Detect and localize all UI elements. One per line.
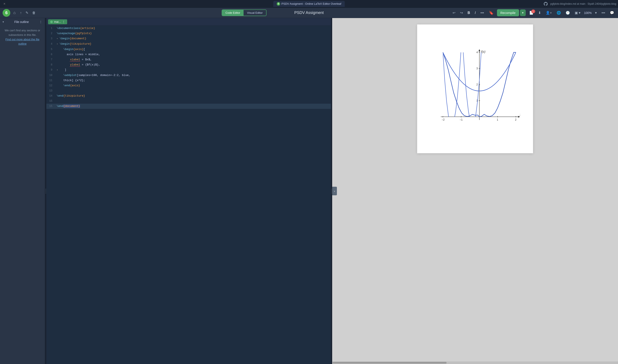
toolbar-center: Code Editor Visual Editor bbox=[39, 9, 450, 16]
svg-text:4: 4 bbox=[476, 51, 478, 54]
layout-button[interactable]: ▣ ▾ bbox=[573, 10, 582, 16]
svg-text:−1: −1 bbox=[460, 118, 463, 121]
browser-tab[interactable]: 6 PSDV Assigment - Online LaTeX Editor O… bbox=[273, 1, 345, 7]
preview-page: x f(x) −2 −1 1 2 bbox=[417, 25, 533, 153]
editor-toggle: Code Editor Visual Editor bbox=[222, 9, 267, 16]
edit-button[interactable]: ✎ bbox=[24, 10, 30, 16]
y-axis-arrow bbox=[478, 49, 480, 51]
recompile-dropdown[interactable]: ▾ bbox=[520, 9, 526, 16]
sidebar: ▾ File outline ⋮ We can't find any secti… bbox=[0, 18, 45, 364]
notification-badge: 1 bbox=[531, 9, 535, 13]
table-row: 10 \addplot[samples=100, domain=-2:2, bl… bbox=[46, 73, 332, 78]
table-row: 11 thick] {x^2}; bbox=[46, 78, 332, 83]
toolbar-right: ↩ ↪ B I ••• 🔖 Recompile ▾ 📄 1 ⬇ 👤+ 🌐 🕐 ▣… bbox=[451, 9, 616, 16]
file-outline-label: File outline bbox=[14, 20, 29, 24]
main-content: ▾ File outline ⋮ We can't find any secti… bbox=[0, 18, 618, 364]
preview-panel: › bbox=[332, 18, 618, 364]
svg-text:−2: −2 bbox=[442, 118, 445, 121]
visual-editor-toggle[interactable]: Visual Editor bbox=[244, 10, 266, 16]
preview-scrollbar[interactable] bbox=[332, 362, 618, 364]
file-tab[interactable]: mai... ⋮ bbox=[48, 19, 67, 24]
table-row: 15 bbox=[46, 99, 332, 104]
svg-text:3: 3 bbox=[476, 67, 478, 70]
file-dot bbox=[50, 21, 53, 23]
more-menu-button[interactable]: ••• bbox=[600, 10, 606, 16]
chart-svg: x f(x) −2 −1 1 2 bbox=[430, 48, 520, 130]
file-outline-header[interactable]: ▾ File outline ⋮ bbox=[0, 18, 45, 26]
collapse-arrow: ▾ bbox=[2, 20, 4, 23]
table-row: 7 xlabel = $x$, bbox=[46, 57, 332, 62]
code-editor-toggle[interactable]: Code Editor bbox=[222, 10, 244, 16]
table-row: 12 \end{axis} bbox=[46, 83, 332, 88]
table-row: 2 \usepackage{pgfplots} bbox=[46, 31, 332, 36]
table-row: 6 axis lines = middle, bbox=[46, 52, 332, 57]
preview-inner[interactable]: x f(x) −2 −1 1 2 bbox=[332, 18, 618, 362]
preview-scrollbar-thumb bbox=[333, 362, 447, 364]
table-row: 5 \begin{axis}[ bbox=[46, 47, 332, 52]
file-tab-bar: mai... ⋮ bbox=[46, 18, 332, 26]
close-button[interactable]: × bbox=[2, 1, 7, 7]
svg-text:1: 1 bbox=[497, 118, 498, 121]
svg-text:2: 2 bbox=[476, 83, 478, 86]
y-label: f(x) bbox=[481, 50, 485, 53]
zoom-dropdown[interactable]: ▾ bbox=[594, 10, 598, 16]
table-row: 13 bbox=[46, 88, 332, 93]
share-button[interactable]: 👤+ bbox=[544, 10, 553, 16]
file-name: mai... bbox=[54, 20, 61, 23]
preview-collapse-button[interactable]: › bbox=[332, 187, 337, 195]
home-icon[interactable]: ⌂ bbox=[12, 10, 17, 16]
recompile-button[interactable]: Recompile bbox=[497, 9, 519, 16]
zoom-display: 100% bbox=[584, 11, 592, 15]
main-toolbar: 6 ⌂ ↑ ✎ 🗑 Code Editor Visual Editor PSDV… bbox=[0, 8, 618, 18]
sidebar-content: We can't find any sections or subsection… bbox=[0, 26, 45, 364]
more-format-button[interactable]: ••• bbox=[479, 10, 485, 16]
bookmark-button[interactable]: 🔖 bbox=[488, 10, 495, 16]
overleaf-favicon: 6 bbox=[277, 2, 280, 6]
github-icon bbox=[544, 2, 548, 6]
github-label: pgfplots-blog/index.md at main · SiyaK-2… bbox=[550, 2, 616, 5]
file-more-icon[interactable]: ⋮ bbox=[62, 20, 65, 23]
history-button[interactable]: 🕐 bbox=[564, 10, 571, 16]
find-out-more-link[interactable]: Find out more about the file outline bbox=[2, 37, 42, 46]
code-editor-panel: mai... ⋮ 1 \documentclass{article} 2 \us… bbox=[46, 18, 332, 364]
delete-button[interactable]: 🗑 bbox=[31, 10, 37, 16]
table-row: 3 ▾ \begin{document} bbox=[46, 36, 332, 41]
parabola-curve bbox=[443, 49, 481, 125]
upload-button[interactable]: ↑ bbox=[19, 10, 23, 16]
table-row: 4 ▾ \begin{tikzpicture} bbox=[46, 41, 332, 47]
document-title: PSDV Assigment bbox=[294, 11, 324, 15]
chat-button[interactable]: 💬 bbox=[609, 10, 616, 16]
table-row: 15 \end{document} bbox=[46, 104, 332, 109]
tab-title: PSDV Assigment - Online LaTeX Editor Ove… bbox=[282, 2, 341, 5]
more-options-icon[interactable]: ⋮ bbox=[39, 20, 42, 24]
table-row: 9 ▾ ] bbox=[46, 67, 332, 73]
code-lines: 1 \documentclass{article} 2 \usepackage{… bbox=[46, 26, 332, 109]
overleaf-logo[interactable]: 6 bbox=[2, 9, 10, 17]
table-row: 1 \documentclass{article} bbox=[46, 26, 332, 31]
title-bar: × 6 PSDV Assigment - Online LaTeX Editor… bbox=[0, 0, 618, 8]
undo-button[interactable]: ↩ bbox=[451, 10, 457, 16]
svg-text:2: 2 bbox=[515, 118, 516, 121]
bold-button[interactable]: B bbox=[466, 10, 471, 16]
table-row: 8 ylabel = {$f(x)$}, bbox=[46, 62, 332, 67]
outline-empty-message: We can't find any sections or subsection… bbox=[2, 28, 42, 37]
redo-button[interactable]: ↪ bbox=[459, 10, 464, 16]
notification-area: 📄 1 bbox=[528, 10, 535, 16]
toolbar-left: 6 ⌂ ↑ ✎ 🗑 bbox=[2, 9, 37, 17]
table-row: 14 \end{tikzpicture} bbox=[46, 93, 332, 99]
title-bar-right: pgfplots-blog/index.md at main · SiyaK-2… bbox=[544, 2, 616, 6]
x-label: x bbox=[519, 113, 520, 116]
language-button[interactable]: 🌐 bbox=[555, 10, 562, 16]
code-area[interactable]: 1 \documentclass{article} 2 \usepackage{… bbox=[46, 26, 332, 364]
preview-left-edge: › bbox=[332, 187, 337, 195]
download-button[interactable]: ⬇ bbox=[537, 10, 542, 16]
italic-button[interactable]: I bbox=[473, 10, 477, 16]
